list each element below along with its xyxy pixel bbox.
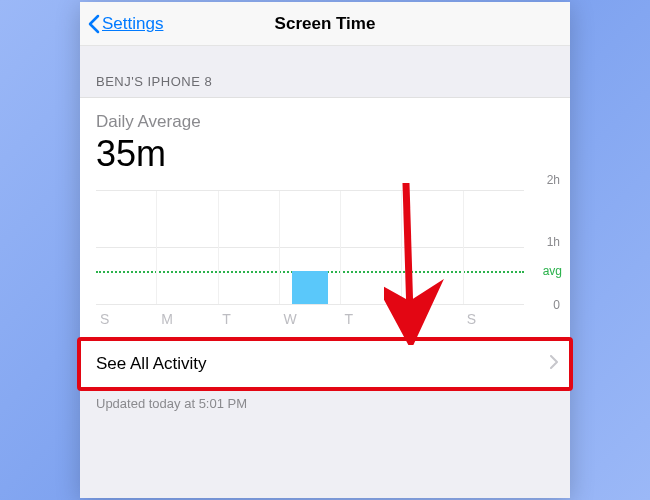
avg-label: avg	[543, 264, 562, 278]
usage-card: Daily Average 35m 01h2h avg SMTWTFS	[80, 97, 570, 340]
back-label: Settings	[102, 14, 163, 34]
y-tick-label: 0	[553, 298, 560, 312]
y-tick-label: 1h	[547, 235, 560, 249]
screen-time-screen: Settings Screen Time BENJ'S IPHONE 8 Dai…	[80, 2, 570, 498]
y-tick-label: 2h	[547, 173, 560, 187]
see-all-activity-row[interactable]: See All Activity	[80, 340, 570, 388]
navbar: Settings Screen Time	[80, 2, 570, 46]
bar-cell	[96, 191, 157, 304]
updated-footnote: Updated today at 5:01 PM	[80, 388, 570, 419]
bar-cell	[464, 191, 524, 304]
chevron-right-icon	[550, 354, 558, 374]
x-tick-label: W	[279, 311, 340, 327]
x-tick-label: S	[463, 311, 524, 327]
x-tick-label: M	[157, 311, 218, 327]
usage-bar	[292, 271, 328, 304]
bar-cell	[219, 191, 280, 304]
x-axis: SMTWTFS	[80, 305, 570, 339]
see-all-activity-label: See All Activity	[96, 354, 207, 374]
daily-average-metric: Daily Average 35m	[80, 98, 570, 180]
bar-cell	[402, 191, 463, 304]
usage-chart: 01h2h avg	[80, 180, 570, 305]
x-tick-label: F	[402, 311, 463, 327]
x-tick-label: S	[96, 311, 157, 327]
bar-cell	[341, 191, 402, 304]
bar-cell	[157, 191, 218, 304]
metric-label: Daily Average	[96, 112, 554, 132]
device-section-header: BENJ'S IPHONE 8	[80, 46, 570, 97]
chevron-left-icon	[88, 14, 100, 34]
back-button[interactable]: Settings	[88, 14, 163, 34]
metric-value: 35m	[96, 134, 554, 174]
x-tick-label: T	[341, 311, 402, 327]
bar-cell	[280, 191, 341, 304]
x-tick-label: T	[218, 311, 279, 327]
